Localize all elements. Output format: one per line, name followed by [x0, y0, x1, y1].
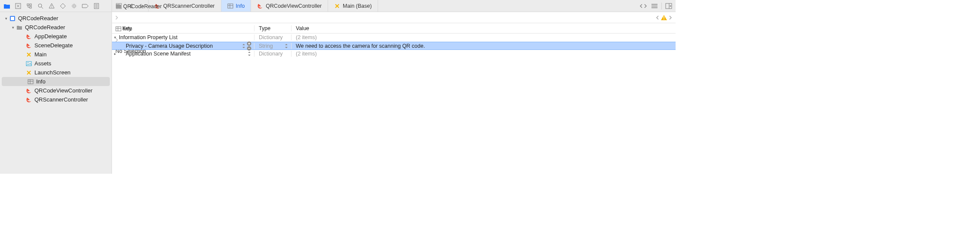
svg-point-23 — [664, 18, 664, 19]
breadcrumb-label: QRCodeReader — [123, 3, 162, 9]
project-nav-icon[interactable] — [2, 1, 12, 11]
tab-label: QRCodeViewController — [266, 3, 322, 9]
svg-point-5 — [51, 7, 52, 7]
jump-bar-prev-icon[interactable] — [656, 15, 659, 20]
chevron-right-icon — [115, 0, 162, 3]
navigator-toolbar — [0, 0, 112, 12]
stepper-icon[interactable] — [247, 51, 251, 56]
plist-value: (2 items) — [291, 34, 676, 40]
svg-rect-22 — [664, 16, 664, 18]
svg-rect-12 — [28, 80, 33, 84]
file-node[interactable]: Main — [0, 50, 112, 59]
jump-bar-warning-icon[interactable] — [661, 15, 667, 20]
column-type-header[interactable]: Type — [254, 25, 291, 31]
jump-bar-next-icon[interactable] — [669, 15, 672, 20]
editor-tab[interactable]: QRCodeViewController — [251, 0, 328, 12]
editor-area: QRScannerControllerInfoQRCodeViewControl… — [112, 0, 676, 174]
type-dropdown-icon[interactable] — [284, 43, 291, 49]
plist-key: Information Property List — [118, 34, 177, 40]
group-label: QRCodeReader — [25, 24, 65, 31]
stepper-icon[interactable] — [242, 43, 246, 49]
file-label: LaunchScreen — [34, 69, 71, 76]
file-node[interactable]: QRCodeViewController — [0, 86, 112, 95]
file-label: Assets — [34, 60, 51, 67]
plist-column-header: Key Type Value — [112, 23, 676, 34]
file-node[interactable]: AppDelegate — [0, 32, 112, 41]
file-label: SceneDelegate — [34, 42, 73, 49]
plist-row[interactable]: ▸Application Scene ManifestDictionary(2 … — [112, 50, 676, 58]
swift-icon — [25, 43, 33, 49]
project-icon — [9, 15, 16, 22]
editor-options-icon[interactable] — [650, 2, 659, 10]
project-navigator: ▾ QRCodeReader ▾ QRCodeReader AppDelegat… — [0, 0, 112, 174]
plist-icon — [27, 79, 34, 84]
plist-key[interactable]: Privacy - Camera Usage Description — [118, 43, 213, 49]
issue-nav-icon[interactable] — [47, 1, 57, 11]
tab-bar: QRScannerControllerInfoQRCodeViewControl… — [112, 0, 676, 12]
test-nav-icon[interactable] — [58, 1, 68, 11]
file-node[interactable]: LaunchScreen — [0, 68, 112, 77]
breakpoint-nav-icon[interactable] — [80, 1, 90, 11]
plist-row[interactable]: Privacy - Camera Usage Description Strin… — [112, 42, 676, 50]
tab-label: Main (Base) — [343, 3, 372, 9]
breadcrumb-item[interactable]: QRCodeReader — [115, 3, 162, 9]
symbol-nav-icon[interactable] — [24, 1, 34, 11]
plist-icon — [227, 3, 233, 9]
file-label: QRCodeViewController — [34, 87, 93, 94]
file-label: Info — [36, 78, 46, 85]
svg-rect-9 — [11, 17, 14, 20]
file-node[interactable]: Info — [2, 77, 110, 86]
tab-label: QRScannerController — [163, 3, 215, 9]
source-control-icon[interactable] — [13, 1, 23, 11]
svg-point-4 — [38, 4, 42, 7]
plist-key[interactable]: Application Scene Manifest — [118, 51, 191, 57]
report-nav-icon[interactable] — [91, 1, 102, 11]
swift-icon — [257, 3, 263, 9]
disclosure-icon[interactable]: ▾ — [10, 25, 16, 30]
project-root-label: QRCodeReader — [18, 15, 58, 22]
file-label: QRScannerController — [34, 96, 88, 103]
svg-rect-17 — [228, 4, 233, 8]
svg-point-6 — [73, 5, 75, 7]
debug-nav-icon[interactable] — [69, 1, 79, 11]
file-node[interactable]: QRScannerController — [0, 95, 112, 104]
svg-rect-2 — [30, 6, 31, 8]
disclosure-icon[interactable]: ▸ — [112, 52, 118, 56]
column-value-header[interactable]: Value — [291, 25, 676, 31]
project-root-node[interactable]: ▾ QRCodeReader — [0, 14, 112, 23]
plist-value[interactable]: (2 items) — [291, 51, 676, 57]
review-changes-icon[interactable] — [639, 2, 648, 10]
file-node[interactable]: Assets — [0, 59, 112, 68]
find-nav-icon[interactable] — [35, 1, 46, 11]
plist-editor: Key Type Value ▾Information Property Lis… — [112, 23, 676, 174]
folder-icon — [115, 4, 121, 9]
plist-type: Dictionary — [254, 34, 291, 40]
plist-type[interactable]: String — [254, 43, 291, 49]
plist-value[interactable]: We need to access the camera for scannin… — [291, 43, 676, 49]
swift-icon — [25, 34, 33, 40]
project-tree[interactable]: ▾ QRCodeReader ▾ QRCodeReader AppDelegat… — [0, 12, 112, 106]
swift-icon — [25, 88, 33, 94]
storyboard-icon — [25, 70, 33, 76]
svg-point-11 — [28, 62, 28, 63]
swift-icon — [25, 97, 33, 103]
file-label: Main — [34, 51, 47, 58]
plist-row-root[interactable]: ▾Information Property ListDictionary(2 i… — [112, 34, 676, 42]
disclosure-icon[interactable]: ▾ — [112, 35, 118, 40]
group-node[interactable]: ▾ QRCodeReader — [0, 23, 112, 32]
jump-bar[interactable]: QRCodeReaderQRCodeReaderInfoNo Selection — [112, 12, 676, 23]
editor-tab[interactable]: Info — [221, 0, 251, 12]
add-editor-icon[interactable] — [664, 2, 673, 10]
plist-type[interactable]: Dictionary — [254, 51, 291, 57]
storyboard-icon — [334, 3, 340, 9]
disclosure-icon[interactable]: ▾ — [3, 16, 9, 21]
svg-rect-1 — [27, 4, 29, 6]
column-key-header[interactable]: Key — [112, 25, 254, 31]
assets-icon — [25, 61, 33, 66]
editor-tab[interactable]: Main (Base) — [328, 0, 378, 12]
folder-icon — [16, 25, 23, 30]
file-label: AppDelegate — [34, 33, 67, 40]
add-remove-icon[interactable] — [247, 41, 251, 51]
file-node[interactable]: SceneDelegate — [0, 41, 112, 50]
storyboard-icon — [25, 52, 33, 58]
